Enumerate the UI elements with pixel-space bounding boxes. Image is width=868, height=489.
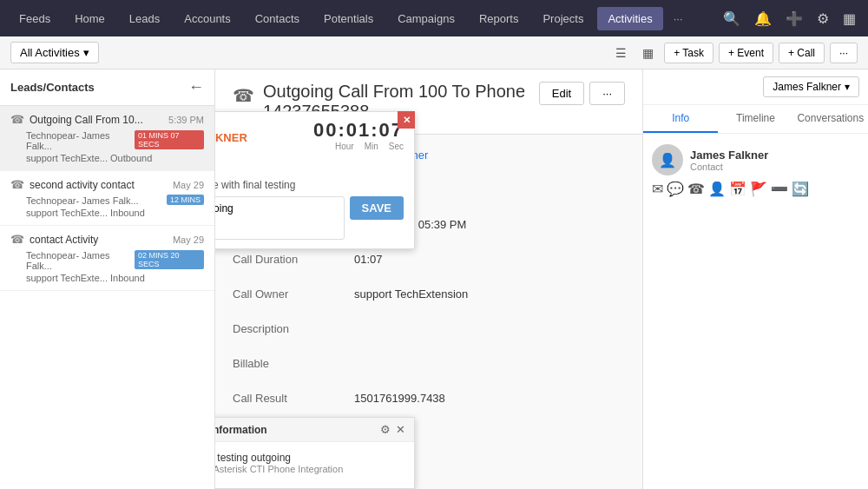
contact-minus-icon[interactable]: ➖ [771,181,788,197]
plus-icon[interactable]: ➕ [782,7,806,30]
sidebar-direction-1: support TechExte... Inbound [10,208,204,218]
call-icon-0: ☎ [10,113,24,126]
nav-item-home[interactable]: Home [64,7,115,30]
add-event-button[interactable]: + Event [719,43,773,63]
outbound-info-row: OUTBOUND JAMES FALKNER Technopear 142376… [215,112,414,170]
nav-item-contacts[interactable]: Contacts [245,7,310,30]
search-icon[interactable]: 🔍 [720,7,744,30]
note-input[interactable]: testing outgoing [215,196,345,240]
nav-item-activities[interactable]: Activities [597,7,662,30]
sidebar-item-sub-0: Technopear- James Falk... [10,130,135,151]
detail-actions: Edit ··· [539,82,625,105]
sidebar-header: Leads/Contacts ← [0,69,214,106]
sidebar-item-header-1: ☎ second activity contact May 29 [10,178,204,191]
list-view-icon[interactable]: ☰ [610,43,632,63]
top-nav: Feeds Home Leads Accounts Contacts Poten… [0,0,868,36]
sidebar-item-2[interactable]: ☎ contact Activity May 29 Technopear- Ja… [0,226,214,291]
avatar-icon: 👤 [659,152,676,169]
outbound-note-text: this is my note with final testing [215,179,404,191]
sidebar-item-header-0: ☎ Outgoing Call From 10... 5:39 PM [10,113,204,126]
panel-tabs: Info Timeline Conversations [643,105,868,134]
call-icon-1: ☎ [10,178,24,191]
detail-phone-icon: ☎ [233,85,254,106]
field-value-callresult: 1501761999.7438 [354,392,445,405]
sidebar-badge-2: 02 MINS 20 SECS [135,250,204,269]
nav-item-reports[interactable]: Reports [469,7,529,30]
outbound-close-button[interactable]: ✕ [398,111,415,129]
tab-timeline[interactable]: Timeline [718,105,792,133]
edit-button[interactable]: Edit [539,82,584,105]
outbound-title: OUTBOUND [215,119,247,131]
right-panel-header: James Falkner ▾ [643,69,868,105]
bell-icon[interactable]: 🔔 [751,7,775,30]
sidebar-item-1[interactable]: ☎ second activity contact May 29 Technop… [0,171,214,226]
sidebar-item-row-1: Technopear- James Falk... 12 MINS [10,194,204,206]
nav-icons: 🔍 🔔 ➕ ⚙ ▦ [720,7,859,30]
timer-hour-label: Hour [335,142,354,151]
contact-info: 👤 James Falkner Contact ✉ 💬 ☎ 👤 📅 🚩 ➖ 🔄 [643,134,868,208]
nav-item-potentials[interactable]: Potentials [313,7,384,30]
contact-user-icon[interactable]: 👤 [708,181,726,197]
sidebar-item-time-1: May 29 [173,180,204,190]
note-input-row: testing outgoing SAVE [215,196,404,240]
sidebar-item-0[interactable]: ☎ Outgoing Call From 10... 5:39 PM Techn… [0,106,214,171]
detail-panel-wrapper: ☎ Outgoing Call From 100 To Phone 142376… [215,69,868,489]
nav-item-campaigns[interactable]: Campaigns [387,7,465,30]
outbound-name: JAMES FALKNER [215,131,247,144]
nav-item-leads[interactable]: Leads [119,7,170,30]
timer-display: 00:01:07 [313,119,404,142]
field-callowner: Call Owner support TechExtension [233,287,625,308]
field-description: Description [233,322,625,343]
sidebar-item-sub-2: Technopear- James Falk... [10,250,135,271]
grid-view-icon[interactable]: ▦ [637,43,659,63]
field-label-billable: Billable [233,357,354,370]
field-value-callowner: support TechExtension [354,287,468,301]
nav-item-feeds[interactable]: Feeds [9,7,61,30]
sidebar-item-time-0: 5:39 PM [168,115,204,125]
save-button[interactable]: SAVE [350,196,404,220]
saved-note-actions: ⚙ ✕ [380,423,405,436]
saved-note-body: 📞 Note: testing outgoing CRM Asterisk CT… [215,442,414,488]
user-selector-button[interactable]: James Falkner ▾ [763,76,859,97]
field-label-callowner: Call Owner [233,287,354,301]
sidebar-item-title-2: contact Activity [30,234,168,246]
nav-item-projects[interactable]: Projects [532,7,594,30]
contact-flag-icon[interactable]: 🚩 [750,181,767,197]
outbound-panel: ✕ DISCONNECTED OUTBOUND JAMES FALKNER Te… [215,111,415,249]
tab-info[interactable]: Info [643,105,718,133]
add-call-button[interactable]: + Call [779,43,825,63]
contact-email-icon[interactable]: ✉ [652,181,663,197]
user-selector-chevron: ▾ [845,81,850,93]
field-value-callduration: 01:07 [354,253,383,266]
contact-refresh-icon[interactable]: 🔄 [792,181,809,197]
contact-avatar: 👤 [652,144,683,175]
saved-note-gear-icon[interactable]: ⚙ [380,423,391,436]
tab-conversations[interactable]: Conversations [793,105,868,133]
saved-note-value: testing outgoing [217,452,291,464]
contact-calendar-icon[interactable]: 📅 [729,181,746,197]
outbound-body: this is my note with final testing testi… [215,170,414,248]
grid-icon[interactable]: ▦ [839,7,859,30]
detail-more-button[interactable]: ··· [589,82,625,105]
contact-phone-icon[interactable]: ☎ [687,181,705,197]
contact-details: James Falkner Contact [690,149,768,172]
field-label-description: Description [233,322,354,335]
contact-name: James Falkner [690,149,768,162]
saved-note-close-icon[interactable]: ✕ [396,423,405,436]
field-callresult: Call Result 1501761999.7438 [233,392,625,413]
nav-item-accounts[interactable]: Accounts [174,7,240,30]
saved-note-title: Saved Note Information [215,424,267,436]
sidebar-back-button[interactable]: ← [188,78,204,96]
settings-icon[interactable]: ⚙ [813,7,832,30]
add-task-button[interactable]: + Task [664,43,713,63]
saved-note-popup: Saved Note Information ⚙ ✕ 📞 Note: testi… [215,417,415,489]
all-activities-label: All Activities [20,46,80,59]
contact-type: Contact [690,162,768,172]
all-activities-button[interactable]: All Activities ▾ [10,42,99,63]
nav-more-icon[interactable]: ··· [667,7,690,30]
timer-sec-label: Sec [389,142,404,151]
contact-chat-icon[interactable]: 💬 [667,181,684,197]
more-options-button[interactable]: ··· [830,43,858,63]
field-label-callresult: Call Result [233,392,354,405]
sidebar-badge-0: 01 MINS 07 SECS [135,130,204,149]
